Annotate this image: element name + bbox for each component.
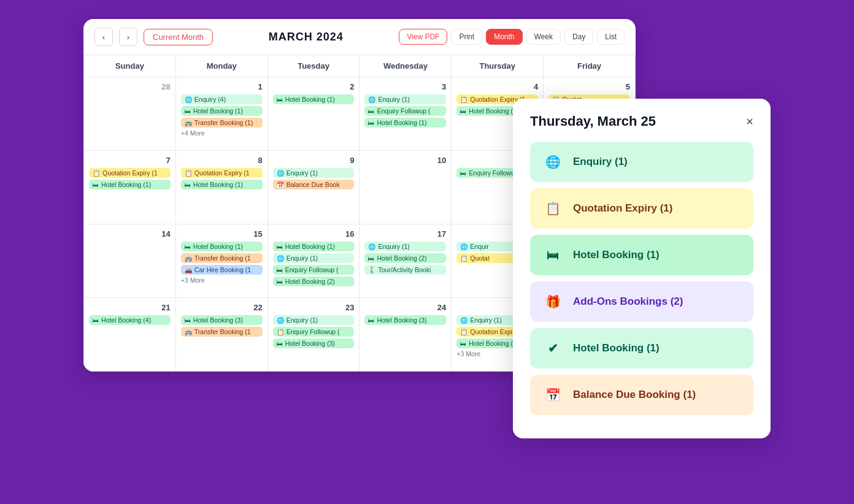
cell-date: 1 [181, 82, 263, 91]
calendar-cell[interactable]: 16🛏Hotel Booking (1)🌐Enquiry (1)🛏Enquiry… [268, 224, 360, 298]
event-pill[interactable]: 🌐Enquiry (1) [273, 315, 355, 325]
popup-event-item[interactable]: 📅 Balance Due Booking (1) [530, 375, 753, 415]
calendar-cell[interactable]: 10 [360, 151, 452, 224]
event-pill[interactable]: 🛏Hotel Booking (1) [364, 118, 446, 128]
calendar-header: ‹ › Current Month MARCH 2024 View PDF Pr… [83, 19, 636, 55]
calendar-cell[interactable]: 28 [84, 77, 176, 151]
event-icon: 🌐 [460, 317, 467, 324]
popup-close-button[interactable]: × [746, 115, 753, 129]
event-pill[interactable]: 🛏Hotel Booking (1) [273, 242, 355, 251]
calendar-cell[interactable]: 22🛏Hotel Booking (3)🚌Transfer Booking (1 [176, 298, 268, 372]
week-button[interactable]: Week [526, 29, 561, 45]
event-pill[interactable]: 🌐Enquiry (1) [364, 242, 446, 251]
event-pill[interactable]: 🛏Enquiry Followup ( [364, 106, 446, 116]
calendar-cell[interactable]: 23🌐Enquiry (1)📋Enquiry Followup (🛏Hotel … [268, 298, 360, 372]
cell-date: 15 [181, 229, 263, 239]
outer-wrapper: ‹ › Current Month MARCH 2024 View PDF Pr… [83, 19, 771, 485]
event-icon: 🌐 [368, 243, 375, 250]
event-pill[interactable]: 📋Quotation Expiry (1 [89, 168, 171, 178]
event-pill[interactable]: 🚌Transfer Booking (1) [181, 118, 263, 128]
day-button[interactable]: Day [564, 29, 593, 45]
calendar-cell[interactable]: 1🌐Enquiry (4)🛏Hotel Booking (1)🚌Transfer… [176, 77, 268, 151]
event-pill[interactable]: 🌐Enquiry (1) [273, 253, 355, 263]
cell-date: 17 [364, 229, 446, 239]
current-month-button[interactable]: Current Month [144, 29, 213, 45]
event-pill[interactable]: 🚌Transfer Booking (1 [181, 253, 263, 263]
event-pill[interactable]: 🛏Hotel Booking (2) [273, 277, 355, 286]
month-button[interactable]: Month [486, 29, 522, 45]
calendar-cell[interactable]: 24🛏Hotel Booking (3) [360, 298, 452, 372]
event-label: Enquiry Followup ( [287, 328, 340, 335]
event-icon: 📋 [185, 170, 192, 177]
popup-event-label: Quotation Expiry (1) [573, 202, 672, 215]
more-events-link[interactable]: +4 More [181, 129, 263, 137]
event-pill[interactable]: 🌐Enquiry (1) [364, 94, 446, 104]
day-header: Sunday [84, 55, 176, 77]
cell-date: 4 [456, 82, 538, 91]
calendar-cell[interactable]: 15🛏Hotel Booking (1)🚌Transfer Booking (1… [176, 224, 268, 298]
next-button[interactable]: › [119, 28, 137, 46]
calendar-cell[interactable]: 7📋Quotation Expiry (1🛏Hotel Booking (1) [84, 151, 176, 224]
view-pdf-button[interactable]: View PDF [399, 29, 447, 45]
calendar-cell[interactable]: 17🌐Enquiry (1)🛏Hotel Booking (2)🚶Tour/Ac… [360, 224, 452, 298]
calendar-cell[interactable]: 2🛏Hotel Booking (1) [268, 77, 360, 151]
print-button[interactable]: Print [451, 29, 482, 45]
event-pill[interactable]: 🛏Hotel Booking (1) [181, 180, 263, 189]
calendar-cell[interactable]: 8📋Quotation Expiry (1🛏Hotel Booking (1) [176, 151, 268, 224]
more-events-link[interactable]: +3 More [181, 277, 263, 284]
event-icon: 🛏 [185, 181, 191, 188]
event-icon: 🛏 [185, 243, 191, 250]
view-buttons: View PDF Print Month Week Day List [399, 29, 625, 45]
popup-event-label: Add-Ons Bookings (2) [573, 296, 683, 308]
event-label: Enquiry (4) [194, 96, 226, 103]
popup-event-icon: 📅 [541, 383, 564, 407]
event-pill[interactable]: 🛏Hotel Booking (1) [181, 106, 263, 116]
event-pill[interactable]: 📋Quotation Expiry (1 [181, 168, 263, 178]
event-pill[interactable]: 🛏Hotel Booking (3) [273, 338, 355, 348]
calendar-cell[interactable]: 14 [84, 224, 176, 298]
event-pill[interactable]: 🛏Enquiry Followup ( [273, 265, 355, 275]
event-icon: 🛏 [93, 317, 99, 324]
calendar-cell[interactable]: 21🛏Hotel Booking (4) [84, 298, 176, 372]
popup-event-item[interactable]: 🛏 Hotel Booking (1) [530, 235, 753, 275]
event-label: Hotel Booking (1) [193, 181, 243, 188]
prev-button[interactable]: ‹ [94, 28, 113, 46]
event-icon: 📋 [460, 96, 467, 103]
event-pill[interactable]: 🌐Enquiry (4) [181, 94, 263, 104]
popup-event-item[interactable]: 📋 Quotation Expiry (1) [530, 188, 753, 229]
event-pill[interactable]: 📅Balance Due Book [273, 180, 355, 189]
event-pill[interactable]: 🚶Tour/Activity Booki [364, 265, 446, 275]
event-pill[interactable]: 🌐Enquiry (1) [273, 168, 355, 178]
popup-event-item[interactable]: 🌐 Enquiry (1) [530, 142, 753, 182]
event-icon: 🚌 [185, 329, 192, 335]
event-pill[interactable]: 🚗Car Hire Booking (1 [181, 265, 263, 275]
event-pill[interactable]: 🛏Hotel Booking (3) [364, 315, 446, 325]
event-pill[interactable]: 🛏Hotel Booking (4) [89, 315, 171, 325]
popup-event-label: Hotel Booking (1) [573, 342, 660, 354]
calendar-cell[interactable]: 9🌐Enquiry (1)📅Balance Due Book [268, 151, 360, 224]
event-pill[interactable]: 🛏Hotel Booking (1) [89, 180, 171, 189]
popup-event-item[interactable]: 🎁 Add-Ons Bookings (2) [530, 281, 753, 322]
event-label: Hotel Booking (3) [377, 316, 426, 324]
event-icon: 🛏 [277, 267, 283, 273]
list-button[interactable]: List [597, 29, 625, 45]
event-label: Tour/Activity Booki [378, 266, 431, 273]
popup-event-icon: ✔ [541, 337, 564, 360]
event-icon: 📋 [460, 255, 467, 262]
day-header: Wednesday [360, 55, 452, 77]
calendar-cell[interactable]: 3🌐Enquiry (1)🛏Enquiry Followup (🛏Hotel B… [360, 77, 452, 151]
event-pill[interactable]: 🚌Transfer Booking (1 [181, 327, 263, 337]
event-pill[interactable]: 📋Enquiry Followup ( [273, 327, 355, 337]
event-pill[interactable]: 🛏Hotel Booking (1) [273, 94, 355, 104]
cell-date: 2 [273, 82, 355, 91]
event-pill[interactable]: 🛏Hotel Booking (3) [181, 315, 263, 325]
event-pill[interactable]: 🛏Hotel Booking (2) [364, 253, 446, 263]
popup-event-icon: 📋 [541, 197, 564, 220]
day-header: Tuesday [268, 55, 360, 77]
popup-event-item[interactable]: ✔ Hotel Booking (1) [530, 328, 753, 368]
event-label: Transfer Booking (1 [194, 254, 251, 262]
event-icon: 🚗 [185, 267, 192, 273]
event-icon: 🛏 [460, 108, 466, 115]
event-pill[interactable]: 🛏Hotel Booking (1) [181, 242, 263, 251]
event-label: Enquiry (1) [287, 316, 318, 324]
